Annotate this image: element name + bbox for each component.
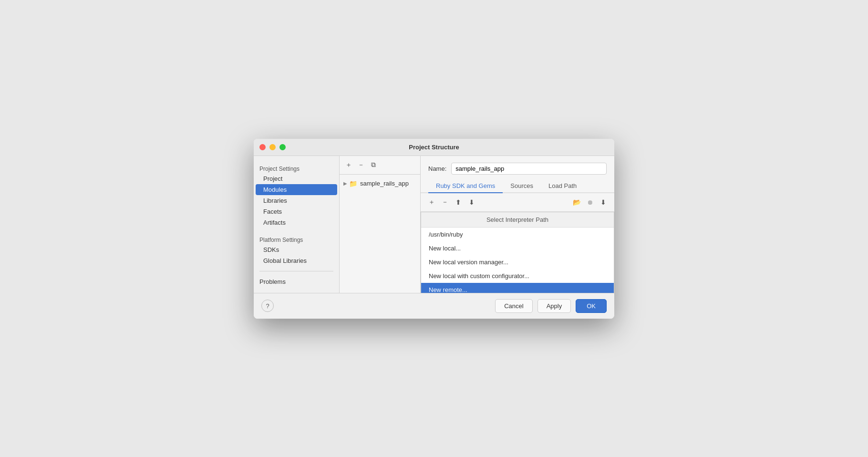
right-panel: Name: Ruby SDK and Gems Sources Load Pat… (421, 156, 614, 293)
sdk-download-button[interactable]: ⬇ (598, 197, 609, 208)
dropdown-header: Select Interpreter Path (421, 212, 614, 228)
project-settings-label: Project Settings (254, 164, 339, 173)
sidebar-item-global-libraries[interactable]: Global Libraries (254, 255, 339, 266)
dropdown-item-new-local[interactable]: New local... (421, 241, 614, 255)
sdk-dot-button: ⏺ (585, 197, 595, 208)
sidebar-item-modules[interactable]: Modules (256, 184, 337, 195)
sdk-move-down-button[interactable]: ⬇ (466, 197, 477, 208)
sdk-add-button[interactable]: ＋ (426, 197, 437, 208)
dropdown-item-custom-configurator[interactable]: New local with custom configurator... (421, 269, 614, 283)
dialog-footer: ? Cancel Apply OK (254, 293, 614, 319)
module-tree: ▶ 📁 sample_rails_app (340, 175, 420, 293)
minimize-button[interactable] (269, 144, 276, 150)
tab-sources[interactable]: Sources (503, 179, 541, 193)
tabs-row: Ruby SDK and Gems Sources Load Path (421, 179, 614, 193)
platform-settings-label: Platform Settings (254, 235, 339, 244)
sidebar-item-facets[interactable]: Facets (254, 206, 339, 217)
middle-panel: ＋ － ⧉ ▶ 📁 sample_rails_app (340, 156, 421, 293)
sdk-move-up-button[interactable]: ⬆ (453, 197, 464, 208)
sidebar-item-project[interactable]: Project (254, 173, 339, 184)
close-button[interactable] (259, 144, 266, 150)
sdk-content: Select Interpreter Path /usr/bin/ruby Ne… (421, 212, 614, 293)
add-module-button[interactable]: ＋ (343, 160, 354, 170)
ok-button[interactable]: OK (576, 299, 607, 313)
sidebar-item-sdks[interactable]: SDKs (254, 244, 339, 255)
sidebar-item-artifacts[interactable]: Artifacts (254, 217, 339, 228)
module-icon: 📁 (349, 180, 357, 187)
cancel-button[interactable]: Cancel (495, 299, 532, 313)
sdk-toolbar: ＋ － ⬆ ⬇ 📂 ⏺ ⬇ (421, 193, 614, 212)
name-label: Name: (428, 165, 446, 172)
sidebar-item-problems[interactable]: Problems (254, 276, 339, 287)
middle-toolbar: ＋ － ⧉ (340, 156, 420, 175)
help-button[interactable]: ? (261, 300, 274, 312)
sidebar: Project Settings Project Modules Librari… (254, 156, 340, 293)
tree-item-rails-app[interactable]: ▶ 📁 sample_rails_app (340, 178, 420, 189)
apply-button[interactable]: Apply (537, 299, 571, 313)
tab-load-path[interactable]: Load Path (541, 179, 584, 193)
sdk-remove-button[interactable]: － (440, 197, 450, 208)
copy-module-button[interactable]: ⧉ (368, 160, 379, 170)
name-row: Name: (421, 156, 614, 179)
tab-ruby-sdk[interactable]: Ruby SDK and Gems (428, 179, 503, 193)
dropdown-item-new-remote[interactable]: New remote... (421, 283, 614, 293)
sdk-folder-button[interactable]: 📂 (571, 197, 582, 208)
window-controls (259, 144, 286, 150)
maximize-button[interactable] (279, 144, 286, 150)
name-input[interactable] (451, 163, 607, 175)
chevron-icon: ▶ (343, 181, 347, 186)
dialog-body: Project Settings Project Modules Librari… (254, 156, 614, 293)
dialog-title: Project Structure (409, 144, 459, 151)
remove-module-button[interactable]: － (356, 160, 366, 170)
interpreter-dropdown: Select Interpreter Path /usr/bin/ruby Ne… (421, 212, 614, 293)
dropdown-item-usr-ruby[interactable]: /usr/bin/ruby (421, 228, 614, 241)
sidebar-item-libraries[interactable]: Libraries (254, 195, 339, 206)
project-structure-dialog: Project Structure Project Settings Proje… (254, 139, 614, 319)
dropdown-item-version-manager[interactable]: New local version manager... (421, 255, 614, 269)
titlebar: Project Structure (254, 139, 614, 156)
tree-item-label: sample_rails_app (360, 180, 409, 187)
